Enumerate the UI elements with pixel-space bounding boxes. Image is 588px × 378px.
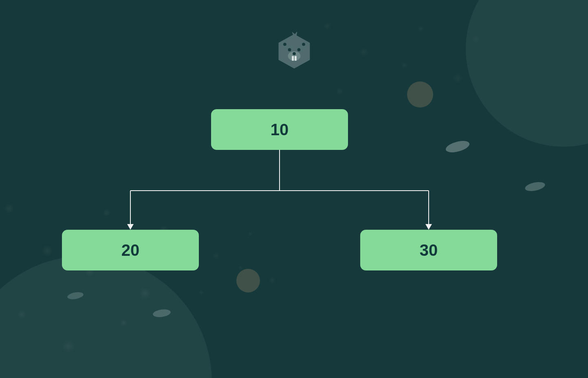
svg-point-8 — [293, 52, 296, 55]
tree-diagram: 10 20 30 — [0, 109, 588, 280]
svg-point-4 — [302, 43, 305, 46]
node-value: 20 — [121, 241, 140, 259]
svg-point-3 — [283, 43, 286, 46]
bg-decor — [407, 81, 433, 108]
tree-node-left-child: 20 — [62, 230, 199, 270]
beaver-logo-icon — [275, 32, 314, 71]
svg-rect-10 — [294, 56, 296, 61]
svg-marker-17 — [425, 224, 432, 230]
svg-rect-9 — [292, 56, 294, 61]
node-value: 10 — [271, 121, 289, 139]
svg-point-6 — [297, 48, 300, 51]
svg-marker-15 — [127, 224, 134, 230]
svg-point-5 — [288, 48, 291, 51]
tree-connectors — [0, 150, 588, 231]
tree-node-right-child: 30 — [360, 230, 497, 270]
node-value: 30 — [420, 241, 438, 259]
tree-node-root: 10 — [211, 109, 348, 150]
